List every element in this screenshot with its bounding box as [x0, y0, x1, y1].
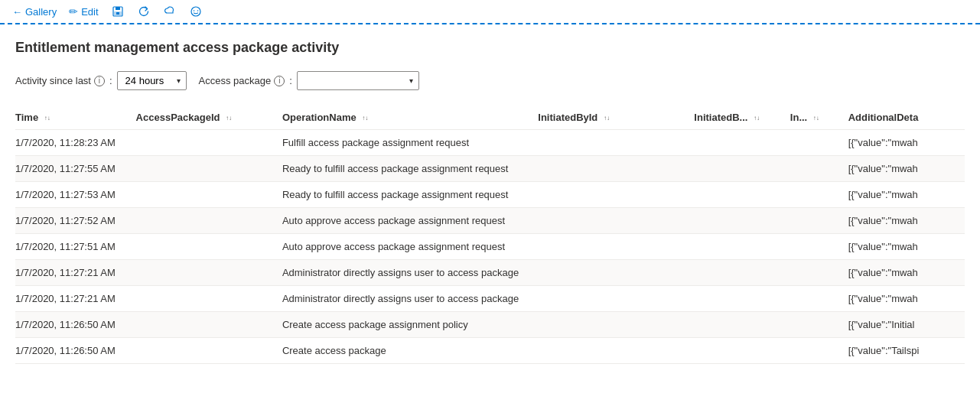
col-header-additional[interactable]: AdditionalDeta — [848, 106, 965, 130]
cell-initiatedB — [694, 338, 790, 364]
cell-initiatedById — [538, 156, 694, 182]
table-row[interactable]: 1/7/2020, 11:27:52 AMAuto approve access… — [15, 208, 965, 234]
cell-operationName: Auto approve access package assignment r… — [282, 234, 538, 260]
cell-additionalData: [{"value":"mwah — [848, 208, 965, 234]
save-icon[interactable] — [111, 5, 125, 18]
col-header-packageid[interactable]: AccessPackageId ↑↓ — [136, 106, 282, 130]
sort-opname-icon: ↑↓ — [362, 115, 368, 122]
table-header-row: Time ↑↓ AccessPackageId ↑↓ OperationName… — [15, 106, 965, 130]
activity-info-icon[interactable]: i — [94, 76, 105, 86]
cell-operationName: Auto approve access package assignment r… — [282, 208, 538, 234]
smiley-icon[interactable] — [189, 5, 203, 18]
back-arrow-icon: ← — [12, 6, 22, 18]
table-row[interactable]: 1/7/2020, 11:28:23 AMFulfill access pack… — [15, 130, 965, 156]
col-header-opname[interactable]: OperationName ↑↓ — [282, 106, 538, 130]
package-info-icon[interactable]: i — [274, 76, 285, 86]
cell-in — [790, 182, 848, 208]
cell-accessPackageId — [136, 182, 282, 208]
cell-operationName: Fulfill access package assignment reques… — [282, 130, 538, 156]
cell-initiatedB — [694, 182, 790, 208]
cell-time: 1/7/2020, 11:27:21 AM — [15, 286, 136, 312]
cell-initiatedB — [694, 208, 790, 234]
cell-initiatedById — [538, 208, 694, 234]
table-row[interactable]: 1/7/2020, 11:27:51 AMAuto approve access… — [15, 234, 965, 260]
cell-accessPackageId — [136, 286, 282, 312]
cell-initiatedB — [694, 312, 790, 338]
cell-accessPackageId — [136, 234, 282, 260]
cell-accessPackageId — [136, 260, 282, 286]
cell-time: 1/7/2020, 11:26:50 AM — [15, 338, 136, 364]
cloud-icon[interactable] — [163, 5, 177, 18]
cell-in — [790, 234, 848, 260]
cell-accessPackageId — [136, 208, 282, 234]
data-table: Time ↑↓ AccessPackageId ↑↓ OperationName… — [15, 106, 965, 364]
cell-time: 1/7/2020, 11:27:51 AM — [15, 234, 136, 260]
svg-rect-1 — [116, 7, 120, 10]
cell-additionalData: [{"value":"mwah — [848, 130, 965, 156]
activity-filter-label: Activity since last i — [15, 75, 105, 86]
cell-operationName: Create access package assignment policy — [282, 312, 538, 338]
cell-additionalData: [{"value":"mwah — [848, 260, 965, 286]
cell-operationName: Ready to fulfill access package assignme… — [282, 182, 538, 208]
col-header-initiatedbyid[interactable]: InitiatedById ↑↓ — [538, 106, 694, 130]
cell-initiatedB — [694, 130, 790, 156]
sort-in-icon: ↑↓ — [813, 115, 819, 122]
cell-additionalData: [{"value":"mwah — [848, 156, 965, 182]
package-filter-group: Access package i : ▾ — [199, 71, 419, 90]
refresh-icon[interactable] — [137, 5, 151, 18]
col-header-initiatedb[interactable]: InitiatedB... ↑↓ — [694, 106, 790, 130]
cell-in — [790, 312, 848, 338]
cell-time: 1/7/2020, 11:27:53 AM — [15, 182, 136, 208]
cell-in — [790, 338, 848, 364]
col-header-in[interactable]: In... ↑↓ — [790, 106, 848, 130]
table-row[interactable]: 1/7/2020, 11:27:21 AMAdministrator direc… — [15, 286, 965, 312]
edit-icon: ✏ — [69, 5, 78, 18]
svg-rect-3 — [116, 12, 119, 15]
cell-operationName: Create access package — [282, 338, 538, 364]
sort-time-icon: ↑↓ — [44, 115, 50, 122]
table-row[interactable]: 1/7/2020, 11:27:53 AMReady to fulfill ac… — [15, 182, 965, 208]
cell-time: 1/7/2020, 11:26:50 AM — [15, 312, 136, 338]
svg-point-4 — [191, 7, 200, 16]
cell-time: 1/7/2020, 11:27:21 AM — [15, 260, 136, 286]
activity-select[interactable]: 24 hours 48 hours 7 days 30 days — [117, 71, 187, 90]
cell-accessPackageId — [136, 312, 282, 338]
back-button[interactable]: ← Gallery — [12, 6, 57, 18]
sort-packageid-icon: ↑↓ — [226, 115, 232, 122]
cell-initiatedB — [694, 156, 790, 182]
cell-operationName: Ready to fulfill access package assignme… — [282, 156, 538, 182]
package-filter-label: Access package i — [199, 75, 285, 86]
table-row[interactable]: 1/7/2020, 11:26:50 AMCreate access packa… — [15, 312, 965, 338]
cell-in — [790, 156, 848, 182]
cell-accessPackageId — [136, 156, 282, 182]
cell-initiatedById — [538, 234, 694, 260]
activity-filter-group: Activity since last i : 24 hours 48 hour… — [15, 71, 187, 90]
cell-additionalData: [{"value":"mwah — [848, 234, 965, 260]
cell-time: 1/7/2020, 11:27:55 AM — [15, 156, 136, 182]
sort-initiatedbyid-icon: ↑↓ — [604, 115, 610, 122]
edit-button[interactable]: ✏ Edit — [69, 5, 98, 18]
cell-accessPackageId — [136, 338, 282, 364]
svg-point-6 — [197, 10, 198, 11]
cell-initiatedById — [538, 338, 694, 364]
cell-initiatedB — [694, 260, 790, 286]
cell-additionalData: [{"value":"Tailspi — [848, 338, 965, 364]
cell-initiatedById — [538, 130, 694, 156]
package-select[interactable] — [297, 71, 419, 90]
toolbar: ← Gallery ✏ Edit — [0, 0, 980, 24]
gallery-label: Gallery — [25, 6, 57, 18]
cell-initiatedById — [538, 312, 694, 338]
page-content: Entitlement management access package ac… — [0, 24, 980, 364]
table-row[interactable]: 1/7/2020, 11:26:50 AMCreate access packa… — [15, 338, 965, 364]
filter-row: Activity since last i : 24 hours 48 hour… — [15, 71, 965, 90]
cell-additionalData: [{"value":"mwah — [848, 286, 965, 312]
cell-initiatedById — [538, 260, 694, 286]
package-select-wrapper: ▾ — [297, 71, 419, 90]
cell-in — [790, 130, 848, 156]
table-row[interactable]: 1/7/2020, 11:27:21 AMAdministrator direc… — [15, 260, 965, 286]
svg-point-5 — [193, 10, 194, 11]
cell-initiatedById — [538, 182, 694, 208]
edit-label: Edit — [81, 6, 98, 18]
table-row[interactable]: 1/7/2020, 11:27:55 AMReady to fulfill ac… — [15, 156, 965, 182]
col-header-time[interactable]: Time ↑↓ — [15, 106, 136, 130]
